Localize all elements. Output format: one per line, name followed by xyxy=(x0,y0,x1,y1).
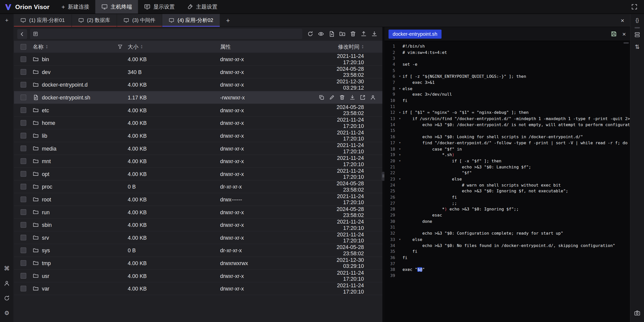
row-checkbox[interactable] xyxy=(21,273,26,279)
nav-item-display-settings[interactable]: 显示设置 xyxy=(138,0,181,14)
filter-icon[interactable] xyxy=(117,44,123,49)
preview-eye-icon[interactable] xyxy=(316,29,326,39)
row-checkbox[interactable] xyxy=(21,95,26,100)
new-folder-icon[interactable] xyxy=(337,29,347,39)
file-row-sys[interactable]: sys0 Bdr-xr-xr-x2024-05-28 23:58:02 xyxy=(14,244,382,257)
select-all-checkbox[interactable] xyxy=(21,44,26,50)
editor-file-tab[interactable]: docker-entrypoint.sh xyxy=(388,29,441,39)
new-file-icon[interactable] xyxy=(327,29,336,39)
fold-chevron-icon[interactable]: ▾ xyxy=(397,111,403,115)
row-checkbox[interactable] xyxy=(21,107,26,113)
file-row-usr[interactable]: usr4.00 KBdrwxr-xr-x2021-11-24 17:20:10 xyxy=(14,270,382,282)
row-checkbox[interactable] xyxy=(21,196,26,202)
contacts-icon[interactable] xyxy=(0,277,14,289)
back-button[interactable] xyxy=(17,29,27,39)
session-tab-3[interactable]: (3) 中间件 xyxy=(117,14,162,27)
file-row-home[interactable]: home4.00 KBdrwxr-xr-x2021-11-24 17:20:10 xyxy=(14,117,382,130)
file-row-etc[interactable]: etc4.00 KBdrwxr-xr-x2024-05-28 23:58:02 xyxy=(14,104,382,117)
shortcut-keys-icon[interactable]: ⌘ xyxy=(0,262,14,275)
file-row-bin[interactable]: bin4.00 KBdrwxr-xr-x2021-11-24 17:20:10 xyxy=(14,53,382,66)
row-action-edit-icon[interactable] xyxy=(329,95,335,100)
row-checkbox[interactable] xyxy=(21,133,26,138)
row-action-copy-icon[interactable] xyxy=(319,95,325,100)
row-checkbox[interactable] xyxy=(21,82,26,88)
sync-icon[interactable] xyxy=(0,292,14,304)
session-tab-4[interactable]: (4) 应用-分析02 xyxy=(162,14,220,27)
braces-icon[interactable]: {} xyxy=(630,14,644,26)
fold-chevron-icon[interactable]: ▾ xyxy=(397,237,403,241)
file-size: 340 B xyxy=(128,69,220,75)
sort-size-control[interactable]: ▲▼ xyxy=(140,45,143,49)
file-row-sbin[interactable]: sbin4.00 KBdrwxr-xr-x2021-11-24 17:20:10 xyxy=(14,219,382,232)
nav-item-theme-settings[interactable]: 主题设置 xyxy=(181,0,224,14)
screenshot-camera-icon[interactable] xyxy=(630,307,644,319)
editor-scrollbar-thumb[interactable] xyxy=(623,42,629,44)
new-tab-button[interactable]: + xyxy=(220,14,236,27)
fold-chevron-icon[interactable]: ▾ xyxy=(397,141,403,145)
row-action-delete-icon[interactable] xyxy=(339,95,345,100)
file-row-media[interactable]: media4.00 KBdrwxr-xr-x2021-11-24 17:20:1… xyxy=(14,142,382,155)
brand[interactable]: Orion Visor xyxy=(0,0,55,14)
file-row-mnt[interactable]: mnt4.00 KBdrwxr-xr-x2021-11-24 17:20:10 xyxy=(14,155,382,168)
file-row-opt[interactable]: opt4.00 KBdrwxr-xr-x2021-11-24 17:20:10 xyxy=(14,168,382,181)
code-editor[interactable]: 1#!/bin/sh2# vim:sw=4:ts=4:et34set -e56▾… xyxy=(384,41,630,322)
sort-mtime-control[interactable]: ▲▼ xyxy=(361,45,364,49)
file-row-var[interactable]: var4.00 KBdrwxr-xr-x2021-11-24 17:20:10 xyxy=(14,282,382,295)
download-icon[interactable] xyxy=(369,29,379,39)
layers-icon[interactable] xyxy=(630,28,644,41)
row-checkbox[interactable] xyxy=(21,235,26,240)
row-checkbox[interactable] xyxy=(21,260,26,266)
row-checkbox[interactable] xyxy=(21,286,26,292)
file-row-docker-entrypoint.sh[interactable]: docker-entrypoint.sh1.17 KB-rwxrwxr-x xyxy=(14,91,382,104)
row-checkbox[interactable] xyxy=(21,120,26,126)
code-line: 23▾ else xyxy=(384,176,630,182)
fold-chevron-icon[interactable]: ▾ xyxy=(397,159,403,163)
path-bar[interactable] xyxy=(30,29,302,39)
file-row-dev[interactable]: dev340 Bdrwxr-xr-x2024-05-28 23:58:02 xyxy=(14,66,382,79)
fold-chevron-icon[interactable]: ▾ xyxy=(397,75,403,78)
sort-swap-icon[interactable]: ⇅ xyxy=(630,41,644,53)
row-action-permission-icon[interactable] xyxy=(370,95,376,100)
file-row-root[interactable]: root4.00 KBdrwx------2021-11-24 17:20:10 xyxy=(14,193,382,206)
fold-chevron-icon[interactable]: ▾ xyxy=(397,87,403,90)
file-row-lib[interactable]: lib4.00 KBdrwxr-xr-x2021-11-24 17:20:10 xyxy=(14,129,382,142)
file-row-run[interactable]: run4.00 KBdrwxr-xr-x2024-05-28 23:58:02 xyxy=(14,206,382,219)
row-checkbox[interactable] xyxy=(21,209,26,215)
upload-icon[interactable] xyxy=(358,29,368,39)
row-checkbox[interactable] xyxy=(21,184,26,190)
fold-chevron-icon[interactable]: ▾ xyxy=(397,117,403,121)
session-tab-2[interactable]: (2) 数据库 xyxy=(72,14,117,27)
fullscreen-icon[interactable] xyxy=(629,2,639,12)
terminal-icon xyxy=(169,18,174,23)
path-input[interactable] xyxy=(41,28,300,40)
fold-chevron-icon[interactable]: ▾ xyxy=(397,153,403,157)
file-row-tmp[interactable]: tmp4.00 KBdrwxrwxrwx2021-12-30 03:29:10 xyxy=(14,257,382,270)
settings-gear-icon[interactable]: ⚙ xyxy=(0,307,14,319)
row-checkbox[interactable] xyxy=(21,69,26,75)
delete-icon[interactable] xyxy=(348,29,358,39)
row-checkbox[interactable] xyxy=(21,171,26,177)
sort-name-control[interactable]: ▲▼ xyxy=(46,45,48,49)
row-checkbox[interactable] xyxy=(21,158,26,164)
folder-icon xyxy=(33,209,39,215)
row-action-export-icon[interactable] xyxy=(360,95,366,100)
fold-chevron-icon[interactable]: ▾ xyxy=(397,147,403,151)
refresh-icon[interactable] xyxy=(305,29,315,39)
new-session-button[interactable]: + xyxy=(0,14,14,26)
nav-item-new-connection[interactable]: + 新建连接 xyxy=(55,0,96,14)
row-checkbox[interactable] xyxy=(21,247,26,253)
row-checkbox[interactable] xyxy=(21,56,26,62)
file-row-proc[interactable]: proc0 Bdr-xr-xr-x2024-05-28 23:58:02 xyxy=(14,181,382,193)
row-checkbox[interactable] xyxy=(21,222,26,228)
close-panel-icon[interactable]: × xyxy=(615,14,630,27)
fold-chevron-icon[interactable]: ▾ xyxy=(397,177,403,181)
nav-item-host-terminal[interactable]: 主机终端 xyxy=(95,0,138,14)
panel-splitter[interactable]: ⠿ xyxy=(382,27,384,322)
file-row-docker-entrypoint.d[interactable]: docker-entrypoint.d4.00 KBdrwxr-xr-x2021… xyxy=(14,79,382,91)
row-action-download-icon[interactable] xyxy=(349,95,355,100)
editor-close-icon[interactable]: × xyxy=(622,31,626,37)
session-tab-1[interactable]: (1) 应用-分析01 xyxy=(14,14,72,27)
save-icon[interactable] xyxy=(611,31,617,37)
file-row-srv[interactable]: srv4.00 KBdrwxr-xr-x2021-11-24 17:20:10 xyxy=(14,231,382,244)
row-checkbox[interactable] xyxy=(21,146,26,151)
